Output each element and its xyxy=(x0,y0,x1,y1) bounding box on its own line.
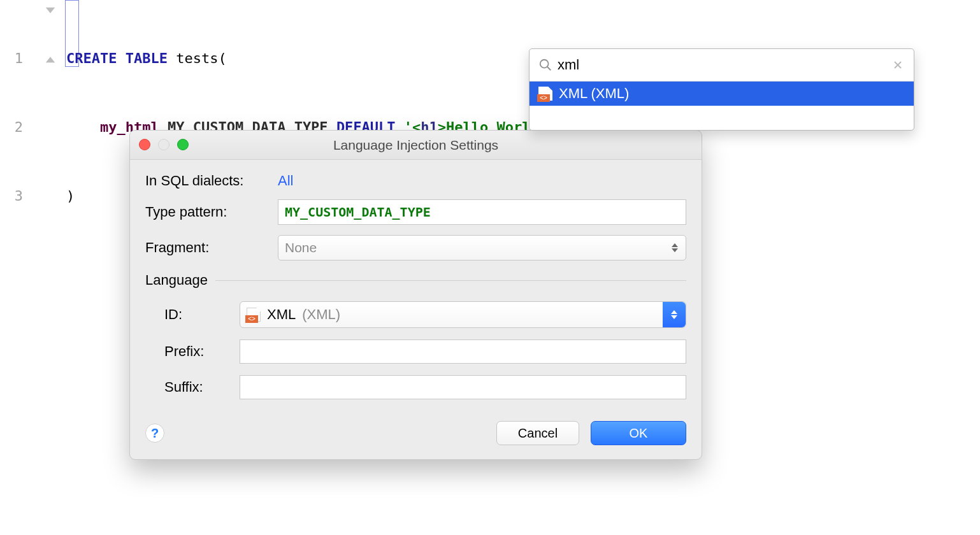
label-suffix: Suffix: xyxy=(145,379,240,396)
row-fragment: Fragment: None xyxy=(145,235,686,260)
section-language-label: Language xyxy=(145,272,208,289)
xml-file-icon xyxy=(538,87,552,101)
combo-stepper-icon xyxy=(668,239,682,257)
row-prefix: Prefix: xyxy=(145,339,686,364)
type-pattern-value: MY_CUSTOM_DATA_TYPE xyxy=(285,204,431,220)
fragment-combo[interactable]: None xyxy=(278,235,686,260)
search-icon xyxy=(538,58,552,72)
language-id-combo[interactable]: XML (XML) xyxy=(240,301,686,328)
svg-point-0 xyxy=(540,60,549,68)
suffix-input[interactable] xyxy=(240,375,686,399)
label-type-pattern: Type pattern: xyxy=(145,204,278,220)
ok-button[interactable]: OK xyxy=(591,421,686,445)
row-sql-dialects: In SQL dialects: All xyxy=(145,173,686,189)
language-injection-dialog: Language Injection Settings In SQL diale… xyxy=(129,130,702,460)
chevron-up-icon xyxy=(671,310,677,314)
search-row xyxy=(530,49,914,82)
dialog-title: Language Injection Settings xyxy=(333,138,498,153)
row-suffix: Suffix: xyxy=(145,375,686,399)
label-id: ID: xyxy=(145,306,240,323)
row-id: ID: XML (XML) xyxy=(145,301,686,328)
cancel-button[interactable]: Cancel xyxy=(496,421,579,445)
help-button[interactable]: ? xyxy=(145,424,164,443)
window-zoom-button[interactable] xyxy=(177,139,189,150)
label-sql-dialects: In SQL dialects: xyxy=(145,173,278,189)
language-id-value: XML xyxy=(267,306,296,323)
combo-dropdown-button[interactable] xyxy=(663,302,686,327)
fold-end-icon[interactable] xyxy=(45,52,56,64)
window-close-button[interactable] xyxy=(139,139,150,150)
fold-start-icon[interactable] xyxy=(45,6,56,18)
window-controls xyxy=(139,139,189,150)
search-result-item[interactable]: XML (XML) xyxy=(530,82,914,106)
sql-dialects-link[interactable]: All xyxy=(278,173,293,189)
identifier: tests( xyxy=(176,50,226,66)
dialog-body: In SQL dialects: All Type pattern: MY_CU… xyxy=(130,160,702,413)
prefix-input[interactable] xyxy=(240,339,686,364)
line-number: 1 xyxy=(0,47,38,70)
window-minimize-button[interactable] xyxy=(158,139,169,150)
divider xyxy=(215,280,686,281)
fragment-value: None xyxy=(285,240,317,255)
row-type-pattern: Type pattern: MY_CUSTOM_DATA_TYPE xyxy=(145,199,686,225)
language-search-popup: XML (XML) xyxy=(529,48,914,131)
keyword: TABLE xyxy=(126,50,168,66)
chevron-down-icon xyxy=(671,315,677,319)
close-icon xyxy=(893,61,902,69)
keyword: CREATE xyxy=(66,50,117,66)
code-line[interactable]: CREATE TABLE tests( xyxy=(66,47,598,70)
search-empty-row xyxy=(530,106,914,130)
label-fragment: Fragment: xyxy=(145,239,278,256)
svg-line-1 xyxy=(547,67,551,71)
section-language: Language xyxy=(145,272,686,289)
paren-close: ) xyxy=(66,188,75,204)
dialog-titlebar[interactable]: Language Injection Settings xyxy=(130,131,702,160)
line-number-gutter: 1 2 3 xyxy=(0,1,38,253)
line-number: 2 xyxy=(0,116,38,139)
fold-column xyxy=(38,0,64,92)
dialog-footer: ? Cancel OK xyxy=(130,413,702,459)
search-result-label: XML (XML) xyxy=(559,85,629,102)
language-id-hint: (XML) xyxy=(302,306,340,323)
line-number: 3 xyxy=(0,185,38,208)
xml-file-icon xyxy=(247,308,261,322)
search-input[interactable] xyxy=(552,54,891,76)
type-pattern-input[interactable]: MY_CUSTOM_DATA_TYPE xyxy=(278,199,686,225)
clear-search-button[interactable] xyxy=(891,58,905,72)
label-prefix: Prefix: xyxy=(145,343,240,360)
